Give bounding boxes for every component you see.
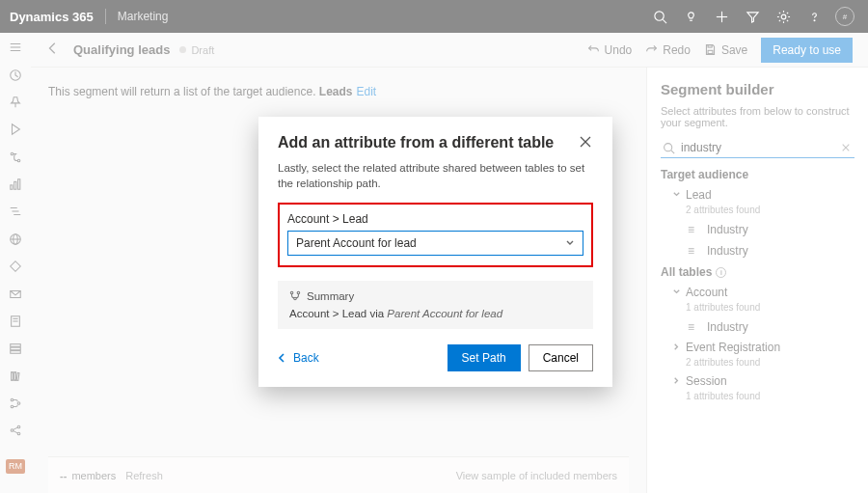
path-breadcrumb: Account > Lead [287,212,583,226]
set-path-button[interactable]: Set Path [448,344,521,371]
summary-path: Account > Lead via Parent Account for le… [289,308,582,319]
dialog-back-button[interactable]: Back [278,351,319,365]
dialog-title: Add an attribute from a different table [278,134,578,151]
add-attribute-dialog: Add an attribute from a different table … [258,117,612,387]
relationship-combo[interactable]: Parent Account for lead [287,231,583,256]
relationship-highlight: Account > Lead Parent Account for lead [278,203,593,267]
combo-value: Parent Account for lead [296,236,565,250]
summary-label: Summary [307,290,354,302]
dialog-description: Lastly, select the related attribute sha… [278,160,593,191]
summary-icon [289,290,301,302]
cancel-button[interactable]: Cancel [529,344,593,371]
summary-card: Summary Account > Lead via Parent Accoun… [278,281,593,329]
close-icon[interactable] [578,134,593,152]
chevron-down-icon [565,238,575,248]
